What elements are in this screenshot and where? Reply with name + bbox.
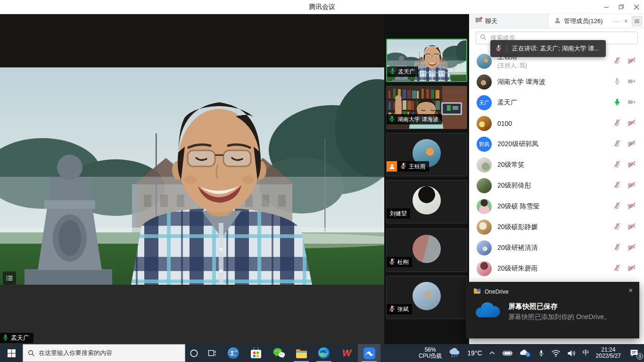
tray-date: 2022/5/27	[596, 353, 621, 359]
wechat-icon[interactable]	[267, 344, 290, 362]
member-name: 湖南大学 谭海波	[497, 78, 545, 86]
muted-camera-icon[interactable]	[627, 119, 636, 129]
tab-members-label: 管理成员(126)	[564, 17, 603, 25]
muted-camera-icon[interactable]	[627, 222, 636, 232]
member-row[interactable]: 20级研褚清清	[469, 238, 644, 258]
cpu-usage[interactable]: 56%CPU负载	[415, 344, 445, 362]
tab-manage-members[interactable]: 管理成员(126)	[548, 14, 613, 28]
close-button[interactable]	[629, 0, 644, 14]
member-name: 2020级研郭凤	[497, 140, 538, 148]
muted-microphone-icon[interactable]	[613, 57, 621, 66]
notifications-icon[interactable]: 3	[624, 344, 644, 362]
microphone-on-icon	[2, 334, 9, 342]
chevron-up-icon[interactable]	[486, 344, 499, 362]
camera-icon[interactable]	[627, 98, 636, 108]
member-avatar	[477, 54, 492, 69]
cortana-icon[interactable]	[185, 344, 202, 362]
clock[interactable]: 21:242022/5/27	[593, 344, 624, 362]
microphone-icon[interactable]	[535, 344, 548, 362]
video-thumbnail[interactable]: 刘健堃	[386, 180, 467, 223]
member-name: 20级研褚清清	[497, 244, 538, 252]
video-thumbnail[interactable]: 张斌	[386, 276, 467, 319]
muted-camera-icon[interactable]	[627, 264, 636, 274]
muted-microphone-icon[interactable]	[613, 222, 621, 232]
member-avatar	[477, 220, 492, 235]
onedrive-sync-icon[interactable]	[516, 344, 535, 362]
member-avatar	[477, 116, 492, 131]
muted-microphone-icon[interactable]	[613, 119, 621, 128]
muted-camera-icon[interactable]	[627, 140, 636, 149]
main-video	[0, 67, 384, 285]
panel-close-button[interactable]: ×	[624, 18, 628, 25]
tencent-meeting-icon[interactable]	[358, 344, 380, 362]
video-thumbnail[interactable]: 杜刚	[386, 229, 467, 272]
minimize-button[interactable]	[599, 0, 614, 14]
svg-text:+: +	[235, 354, 237, 358]
member-row[interactable]: 20级郭倚彤	[469, 175, 644, 196]
member-row[interactable]: 天广孟天广	[469, 92, 644, 113]
member-name: 20级研朱磬雨	[497, 264, 538, 273]
muted-camera-icon[interactable]	[627, 57, 636, 66]
stage-letterbox	[0, 285, 384, 344]
speaker-icon[interactable]	[564, 344, 579, 362]
muted-microphone-icon[interactable]	[613, 202, 621, 211]
windows-taskbar: 在这里输入你要搜索的内容 Σα+W 56%CPU负载 19°C 中 21:242…	[0, 344, 644, 362]
muted-microphone-icon[interactable]	[613, 181, 621, 190]
layout-toggle-icon[interactable]	[3, 272, 16, 285]
system-tray: 56%CPU负载 19°C 中 21:242022/5/27 3	[415, 344, 644, 362]
person-icon	[554, 17, 561, 25]
muted-camera-icon[interactable]	[627, 243, 636, 253]
tab-chat[interactable]: 聊天	[469, 14, 548, 28]
battery-icon[interactable]	[499, 344, 516, 362]
member-row[interactable]: 20级硕彭静媛	[469, 217, 644, 238]
member-row[interactable]: 0100	[469, 113, 644, 134]
toast-app-name: OneDrive	[485, 288, 509, 295]
muted-microphone-icon[interactable]	[613, 243, 621, 253]
onedrive-notification: OneDrive × 屏幕快照已保存 屏幕快照已添加到你的 OneDrive。	[466, 282, 639, 338]
muted-camera-icon[interactable]	[627, 160, 636, 170]
member-row[interactable]: 20级硕 陈雪莹	[469, 196, 644, 217]
sigma-app-icon[interactable]: Σα+	[222, 344, 245, 362]
video-thumbnail[interactable]: 孟天广	[386, 39, 467, 82]
restore-button[interactable]	[614, 0, 629, 14]
member-avatar	[477, 157, 492, 173]
video-thumbnail[interactable]: 湖南大学 谭海波	[386, 86, 467, 129]
onedrive-cloud-icon	[473, 302, 501, 321]
member-row[interactable]: 湖南大学 谭海波	[469, 72, 644, 92]
participant-thumbnail-strip: 孟天广 湖南大学 谭海波 王钰雨 刘健堃 杜刚 张斌	[384, 14, 469, 344]
panel-more-button[interactable]: ···	[613, 18, 619, 25]
temperature[interactable]: 19°C	[464, 344, 485, 362]
wifi-icon[interactable]	[548, 344, 564, 362]
member-name: 孟天广	[497, 99, 517, 107]
svg-text:α: α	[235, 349, 237, 353]
camera-icon[interactable]	[627, 77, 636, 87]
toast-close-icon[interactable]: ×	[628, 287, 633, 294]
taskbar-search-box[interactable]: 在这里输入你要搜索的内容	[23, 344, 185, 362]
onedrive-folder-icon	[473, 288, 481, 296]
microphone-icon[interactable]	[613, 77, 621, 87]
member-row[interactable]: 郭凤2020级研郭凤	[469, 134, 644, 155]
muted-camera-icon[interactable]	[627, 202, 636, 212]
microphone-icon[interactable]	[613, 98, 621, 107]
task-view-icon[interactable]	[202, 344, 222, 362]
member-avatar	[477, 178, 492, 193]
ms-store-icon[interactable]	[245, 344, 267, 362]
member-row[interactable]: 20级研朱磬雨	[469, 258, 644, 279]
muted-microphone-icon[interactable]	[613, 160, 621, 170]
edge-icon[interactable]	[313, 344, 335, 362]
muted-camera-icon[interactable]	[627, 181, 636, 191]
ime-chinese[interactable]: 中	[579, 344, 593, 362]
muted-microphone-icon[interactable]	[613, 264, 621, 273]
start-button[interactable]	[0, 344, 23, 362]
wps-icon[interactable]: W	[335, 344, 358, 362]
member-row[interactable]: 20级常笑	[469, 155, 644, 175]
weather-rain-icon[interactable]	[445, 344, 464, 362]
panel-tabbar: 聊天 管理成员(126) ··· ×	[469, 14, 644, 28]
active-speaker-name: 孟天广	[11, 334, 29, 342]
video-thumbnail[interactable]: 王钰雨	[386, 133, 467, 176]
main-video-stage: 孟天广	[0, 14, 384, 344]
file-explorer-icon[interactable]	[290, 344, 313, 362]
muted-microphone-icon[interactable]	[613, 140, 621, 149]
member-avatar	[477, 199, 492, 214]
panel-menu-icon[interactable]	[632, 16, 642, 26]
